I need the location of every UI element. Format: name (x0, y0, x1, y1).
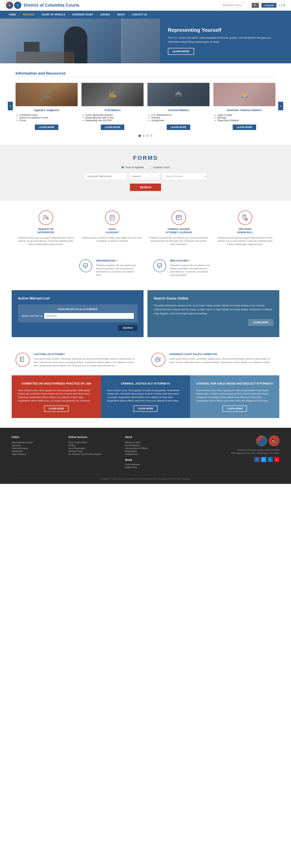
committee-btn-1[interactable]: LEARN MORE (44, 406, 69, 412)
font-small[interactable]: a (279, 4, 280, 7)
attorney-content-2: SUPERIOR COURT RULES COMMITTEE Lorem ips… (169, 353, 276, 364)
social-twitter-icon[interactable]: t (261, 457, 266, 462)
footer-link-item: Attorney Portal (68, 450, 117, 453)
division-select[interactable]: Select a Division Civil Division Crimina… (162, 173, 207, 180)
language-button[interactable]: Language (261, 3, 277, 8)
footer-address: District of Columbia Courts | (202) 879-… (231, 449, 279, 454)
footer-link-interpreters[interactable]: Interpreters (12, 450, 23, 452)
search-button[interactable]: 🔍 (252, 3, 259, 8)
footer-link-transparency[interactable]: Transparency (125, 453, 138, 455)
footer-link-dc-efiling[interactable]: DC Superior Court E-Filing System (68, 453, 102, 455)
card-criminal-list: U.S. Misdemeanors Felonies Arraignment (147, 114, 210, 122)
cases-learn-more-button[interactable]: LEARN MORE (248, 319, 273, 326)
card-criminal-learn-more-button[interactable]: LEARN MORE (167, 125, 190, 130)
hero-window (121, 19, 160, 63)
footer-link-jury[interactable]: Jury Duty (12, 444, 21, 446)
svg-rect-11 (178, 217, 179, 218)
footer-link-item: Victim Assistance (12, 447, 61, 450)
service-calendar: CRIMINAL DIVISIONATTORNEY CALENDAR Phase… (148, 211, 209, 246)
forms-search-button[interactable]: SEARCH (130, 184, 161, 191)
cases-title: Search Cases Online (154, 297, 273, 301)
nav-court-of-appeals[interactable]: COURT OF APPEALS (38, 11, 68, 19)
service-interpreter: REQUEST ANINTERPRETER Phasellus lacinia … (15, 211, 76, 246)
social-linkedin-icon[interactable]: in (268, 457, 273, 462)
service-webvoucher: WEB-VOUCHER ↗ Phasellus a pulvinar elit,… (153, 259, 212, 277)
card-appeal: ⚖️ Appeal a Judgment Contested Cases Dis… (15, 83, 78, 130)
social-youtube-icon[interactable]: ▶ (274, 457, 279, 462)
nav-contact-us[interactable]: CONTACT US (129, 11, 150, 19)
dot-1[interactable] (139, 135, 141, 137)
social-facebook-icon[interactable]: f (254, 457, 259, 462)
radio-superior-court-text: Superior Court (153, 166, 170, 169)
webmediation-title: WEB-MEDIATION ↗ (96, 259, 138, 262)
nav-about[interactable]: ABOUT (114, 11, 128, 19)
attorney-content-1: LOCATING AN ATTORNEY Lorem ipsum dolor s… (33, 353, 140, 368)
nav-jurors[interactable]: JURORS (97, 11, 113, 19)
nav-superior-court[interactable]: SUPERIOR COURT (69, 11, 97, 19)
warrant-lastname-input[interactable] (44, 313, 134, 319)
footer-link-cases-online[interactable]: Court Cases Online (68, 441, 87, 443)
font-large[interactable]: A (283, 3, 285, 7)
list-item: Supervised Visitation (217, 119, 276, 122)
footer-link-employment[interactable]: Employment (125, 450, 137, 452)
footer-link-glossary[interactable]: Legal Glossary (12, 453, 26, 455)
svg-rect-12 (243, 215, 246, 219)
footer-logos: 🦅 (256, 436, 279, 446)
footer-link-mission[interactable]: Mission & Vision (125, 441, 141, 443)
committee-desc-3: Nunc id dictum lorem. Nunc egestas orci … (196, 389, 273, 402)
search-box[interactable]: 🔍 (220, 3, 259, 8)
footer-address-2: 500 Indiana Avenue, N.W. | Washington, D… (231, 452, 279, 454)
committee-btn-2[interactable]: LEARN MORE (134, 406, 158, 412)
cards-container: ‹ ⚖️ Appeal a Judgment Contested Cases D… (15, 83, 276, 130)
footer-link-efiling[interactable]: E-Filing (68, 444, 75, 446)
card-civil-learn-more-button[interactable]: LEARN MORE (101, 125, 124, 130)
font-medium[interactable]: A (281, 4, 283, 7)
footer-link-item: Mission & Vision (125, 441, 174, 444)
radio-superior-court[interactable] (150, 166, 152, 168)
committee-btn-3[interactable]: LEARN MORE (222, 406, 247, 412)
forms-radio-group: Court of Appeals Superior Court (15, 166, 276, 169)
card-civil-list: Lease agreement disputes Requesting $10,… (81, 114, 144, 122)
committee-desc-1: Nunc id dictum lorem. Nunc egestas orci … (18, 389, 95, 402)
card-appeal-learn-more-button[interactable]: LEARN MORE (35, 125, 58, 130)
radio-court-appeals-label[interactable]: Court of Appeals (121, 166, 144, 169)
service-webmediation: WEB-MEDIATION ↗ Phasellus a pulvinar eli… (79, 259, 138, 277)
nav-home[interactable]: HOME (6, 11, 19, 19)
card-civil-image: ✍️ (81, 83, 144, 106)
dot-2[interactable] (142, 135, 145, 137)
nav-services[interactable]: SERVICES (20, 11, 38, 19)
carousel-left-button[interactable]: ‹ (8, 102, 13, 110)
warrant-search-button[interactable]: SEARCH (118, 325, 137, 331)
dot-4[interactable] (150, 135, 152, 137)
footer-link-victim[interactable]: Victim Assistance (12, 447, 28, 450)
list-item: U.S. Misdemeanors (151, 114, 210, 116)
dot-3[interactable] (146, 135, 149, 137)
warrant-title: Active Warrant List (18, 297, 137, 301)
main-nav: HOME | SERVICES | COURT OF APPEALS | SUP… (0, 11, 291, 19)
footer-link-press[interactable]: Press Releases (125, 463, 140, 466)
footer-link-juror-reg[interactable]: Juror Registration (68, 447, 85, 450)
card-criminal-title: Criminal Matters (147, 108, 210, 112)
keyword-input[interactable] (129, 173, 160, 180)
interpreter-desc: Phasellus lacinia justo quis augue molli… (15, 236, 76, 246)
glossary-title: LEGALGLOSSARY (82, 228, 143, 234)
hero-learn-more-button[interactable]: LEARN MORE (168, 48, 194, 55)
carousel-right-button[interactable]: › (278, 102, 283, 110)
search-input[interactable] (221, 3, 252, 8)
footer-link-media-policy[interactable]: Media Policy (125, 466, 137, 468)
card-appeal-list: Contested Cases District of Columbia Cou… (15, 114, 78, 122)
footer-link-representing[interactable]: Representing Yourself (12, 441, 33, 443)
radio-court-appeals[interactable] (121, 166, 124, 168)
footer-link-annual-reports[interactable]: Annual Reports (125, 444, 140, 446)
card-domestic-learn-more-button[interactable]: LEARN MORE (233, 125, 256, 130)
document-title-input[interactable] (84, 173, 127, 180)
warrant-date: Active Warrant List as of 11/29/2016 (22, 308, 134, 311)
committees-grid: COMMITTEE ON UNAUTHORIZED PRACTICE OF LA… (12, 375, 279, 418)
radio-superior-court-label[interactable]: Superior Court (150, 166, 170, 169)
services-grid-4: REQUEST ANINTERPRETER Phasellus lacinia … (15, 211, 276, 246)
footer-link-attorney-portal[interactable]: Attorney Portal (68, 450, 82, 452)
footer-link-item: Jury Duty (12, 444, 61, 447)
calendar-icon (172, 211, 186, 225)
footer-link-admin[interactable]: Administration & Offices (125, 447, 148, 450)
card-criminal: 🚔 Criminal Matters U.S. Misdemeanors Fel… (147, 83, 210, 130)
